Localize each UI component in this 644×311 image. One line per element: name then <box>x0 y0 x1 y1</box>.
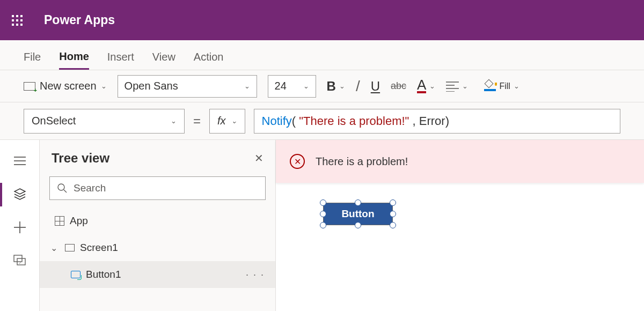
resize-handle[interactable] <box>390 222 396 228</box>
plus-icon <box>14 221 26 233</box>
tree-title: Tree view <box>52 151 109 166</box>
error-icon: ✕ <box>290 154 305 169</box>
tree-view-button[interactable] <box>12 186 28 202</box>
new-screen-label: New screen <box>40 80 97 92</box>
svg-text:♪: ♪ <box>19 260 21 265</box>
more-icon[interactable]: · · · <box>246 269 265 280</box>
align-icon <box>446 81 459 92</box>
italic-button[interactable]: / <box>356 78 360 95</box>
notification-text: There is a problem! <box>316 156 408 168</box>
svg-point-13 <box>58 184 64 190</box>
media-icon: ♪ <box>13 255 26 266</box>
fx-button[interactable]: fx ⌄ <box>209 109 245 134</box>
fx-icon: fx <box>217 115 226 127</box>
canvas-button[interactable]: Button <box>323 203 393 225</box>
hamburger-button[interactable] <box>12 153 28 169</box>
chevron-down-icon: ⌄ <box>462 82 468 90</box>
menu-home[interactable]: Home <box>59 50 89 70</box>
button-icon <box>71 271 80 278</box>
resize-handle[interactable] <box>320 211 326 217</box>
screen-icon <box>24 82 35 91</box>
insert-button[interactable] <box>12 219 28 235</box>
property-value: OnSelect <box>32 115 76 127</box>
font-family-select[interactable]: Open Sans ⌄ <box>118 75 257 98</box>
font-size-value: 24 <box>275 80 287 92</box>
italic-icon: / <box>356 78 360 95</box>
menu-view[interactable]: View <box>152 51 175 70</box>
tree-item-label: Screen1 <box>80 242 118 254</box>
new-screen-button[interactable]: New screen ⌄ <box>24 80 107 92</box>
resize-handle[interactable] <box>355 199 361 206</box>
resize-handle[interactable] <box>320 222 326 228</box>
left-rail: ♪ <box>0 140 40 311</box>
app-icon <box>55 216 64 226</box>
menu-action[interactable]: Action <box>194 51 224 70</box>
chevron-down-icon: ⌄ <box>244 82 250 90</box>
tree-item-app[interactable]: App <box>40 208 275 234</box>
search-placeholder: Search <box>74 182 106 194</box>
waffle-icon[interactable] <box>12 15 23 26</box>
title-bar: Power Apps <box>0 0 644 40</box>
font-family-value: Open Sans <box>125 80 178 92</box>
resize-handle[interactable] <box>320 199 326 206</box>
font-color-button[interactable]: A ⌄ <box>417 79 435 93</box>
chevron-down-icon: ⌄ <box>171 117 177 125</box>
tree-item-screen1[interactable]: Screen1 <box>40 234 275 261</box>
fill-icon <box>484 82 496 91</box>
canvas[interactable]: ✕ There is a problem! Button <box>276 140 644 311</box>
resize-handle[interactable] <box>390 211 396 217</box>
bold-icon: B <box>327 79 336 94</box>
fill-button[interactable]: Fill ⌄ <box>484 82 519 91</box>
chevron-down-icon: ⌄ <box>429 82 435 90</box>
tree-item-label: Button1 <box>86 269 121 280</box>
search-input[interactable]: Search <box>49 176 266 200</box>
chevron-down-icon: ⌄ <box>101 82 107 90</box>
menu-insert[interactable]: Insert <box>107 51 134 70</box>
canvas-button-label: Button <box>341 208 374 220</box>
chevron-down-icon: ⌄ <box>231 117 237 125</box>
notification-bar: ✕ There is a problem! <box>276 140 644 183</box>
property-select[interactable]: OnSelect ⌄ <box>24 109 185 134</box>
tree-pane: Tree view ✕ Search App Screen1 Button1 ·… <box>40 140 276 311</box>
search-icon <box>57 183 67 193</box>
screen-icon <box>65 244 75 251</box>
font-size-select[interactable]: 24 ⌄ <box>268 75 316 98</box>
formula-input[interactable]: Notify( "There is a problem!" , Error) <box>254 109 620 134</box>
bold-button[interactable]: B ⌄ <box>327 79 345 94</box>
formula-string: "There is a problem!" <box>299 114 409 128</box>
close-icon[interactable]: ✕ <box>254 152 264 165</box>
ribbon: New screen ⌄ Open Sans ⌄ 24 ⌄ B ⌄ / U ab… <box>0 70 644 102</box>
formula-bar: OnSelect ⌄ = fx ⌄ Notify( "There is a pr… <box>0 102 644 140</box>
underline-icon: U <box>371 79 380 94</box>
strikethrough-button[interactable]: abc <box>391 80 406 92</box>
tree-item-button1[interactable]: Button1 · · · <box>40 261 275 288</box>
chevron-down-icon: ⌄ <box>339 82 345 90</box>
strikethrough-icon: abc <box>391 80 406 92</box>
svg-line-14 <box>64 190 67 192</box>
media-button[interactable]: ♪ <box>12 253 28 269</box>
menu-bar: File Home Insert View Action <box>0 40 644 70</box>
formula-arg2: Error <box>419 114 445 128</box>
resize-handle[interactable] <box>390 199 396 206</box>
layers-icon <box>13 188 26 201</box>
svg-marker-7 <box>14 189 25 194</box>
tree-item-label: App <box>70 215 88 227</box>
fill-label: Fill <box>499 82 510 91</box>
chevron-down-icon: ⌄ <box>514 82 519 90</box>
equals-sign: = <box>193 114 201 129</box>
app-title: Power Apps <box>44 13 115 27</box>
body-area: ♪ Tree view ✕ Search App Screen1 Button1… <box>0 140 644 311</box>
font-color-icon: A <box>417 79 426 93</box>
align-button[interactable]: ⌄ <box>446 81 468 92</box>
underline-button[interactable]: U <box>371 79 380 94</box>
resize-handle[interactable] <box>355 222 361 228</box>
chevron-down-icon: ⌄ <box>303 82 309 90</box>
formula-fn: Notify <box>262 114 292 128</box>
menu-file[interactable]: File <box>24 51 41 70</box>
tree-header: Tree view ✕ <box>40 140 275 174</box>
